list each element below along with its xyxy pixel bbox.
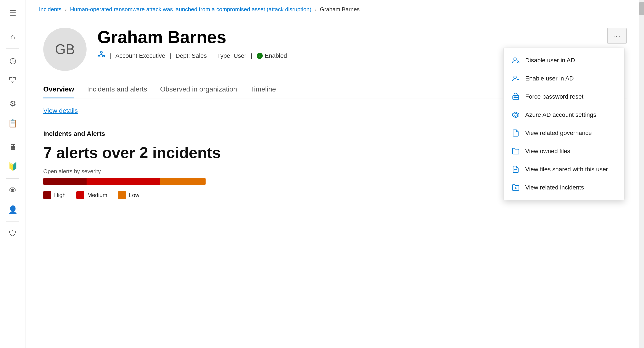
owned-files-icon (511, 147, 520, 155)
avatar-initials: GB (55, 41, 75, 57)
svg-point-13 (516, 97, 518, 98)
sidebar-item-threat-intel[interactable]: 👁 (4, 182, 22, 199)
sidebar-divider-4 (6, 178, 19, 179)
sidebar-divider-1 (6, 48, 19, 49)
bar-low (160, 178, 206, 185)
user-status-label: Enabled (265, 52, 287, 59)
dropdown-label-governance: View related governance (525, 130, 592, 136)
legend-high: High (43, 191, 66, 199)
sidebar-item-security[interactable]: 🔰 (4, 158, 22, 175)
endpoint-icon: 🛡 (9, 229, 17, 238)
breadcrumb-incident-title[interactable]: Human-operated ransomware attack was lau… (70, 6, 312, 13)
legend-high-dot (43, 191, 51, 199)
status-enabled-dot: ✓ (257, 53, 263, 59)
dropdown-item-shared-files[interactable]: View files shared with this user (504, 160, 624, 178)
assets-icon: 🖥 (9, 143, 17, 152)
sidebar-divider-3 (6, 135, 19, 135)
dropdown-item-disable-ad[interactable]: Disable user in AD (504, 51, 624, 69)
hamburger-icon: ☰ (9, 8, 16, 17)
legend-medium-dot (76, 191, 84, 199)
sidebar-item-alerts[interactable]: 🛡 (4, 71, 22, 89)
dropdown-item-azure-ad[interactable]: Azure AD account settings (504, 106, 624, 124)
svg-point-12 (515, 97, 516, 98)
enable-ad-icon (511, 74, 520, 83)
azure-ad-icon (511, 110, 520, 119)
sidebar: ☰ ⌂ ◷ 🛡 ⚙ 📋 🖥 🔰 👁 👤 (0, 0, 26, 348)
sidebar-item-incidents[interactable]: ◷ (4, 52, 22, 69)
avatar: GB (43, 28, 86, 71)
user-meta-separator-3: | (211, 52, 213, 59)
user-org-icon (98, 51, 105, 60)
section-divider (43, 121, 238, 121)
svg-point-9 (514, 76, 516, 78)
dropdown-label-disable-ad: Disable user in AD (525, 57, 575, 64)
dropdown-item-owned-files[interactable]: View owned files (504, 142, 624, 160)
scrollbar[interactable] (639, 0, 644, 348)
reports-icon: 📋 (8, 119, 18, 128)
sidebar-divider-2 (6, 92, 19, 92)
disable-ad-icon (511, 56, 520, 65)
sidebar-item-home[interactable]: ⌂ (4, 28, 22, 45)
dropdown-menu: Disable user in AD Enable user in AD (503, 47, 624, 200)
severity-bar (43, 178, 206, 185)
tab-timeline[interactable]: Timeline (250, 82, 276, 98)
breadcrumb-incidents[interactable]: Incidents (39, 6, 62, 13)
force-pwd-icon (511, 92, 520, 101)
clock-icon: ◷ (10, 56, 16, 65)
view-details-link[interactable]: View details (43, 107, 78, 114)
legend-low: Low (118, 191, 139, 199)
user-dept: Dept: Sales (176, 52, 207, 59)
dropdown-label-azure-ad: Azure AD account settings (525, 111, 596, 118)
svg-rect-1 (98, 55, 100, 57)
sidebar-item-reports[interactable]: 📋 (4, 115, 22, 132)
legend-low-label: Low (129, 192, 139, 199)
bar-medium (86, 178, 160, 185)
dropdown-label-enable-ad: Enable user in AD (525, 75, 574, 82)
user-status: ✓ Enabled (257, 52, 287, 59)
sidebar-menu-toggle[interactable]: ☰ (4, 4, 22, 22)
scrollbar-thumb[interactable] (639, 2, 644, 15)
user-type: Type: User (217, 52, 246, 59)
user-name: Graham Barnes (98, 28, 627, 47)
dropdown-item-related-incidents[interactable]: View related incidents (504, 178, 624, 197)
legend-low-dot (118, 191, 126, 199)
svg-line-4 (99, 54, 102, 55)
sidebar-item-endpoint[interactable]: 🛡 (4, 225, 22, 242)
main-content: Incidents › Human-operated ransomware at… (26, 0, 644, 348)
svg-rect-0 (100, 52, 102, 53)
bar-high (43, 178, 86, 185)
dropdown-label-shared-files: View files shared with this user (525, 166, 608, 173)
sidebar-item-assets[interactable]: 🖥 (4, 138, 22, 156)
dropdown-item-enable-ad[interactable]: Enable user in AD (504, 69, 624, 88)
dropdown-label-owned-files: View owned files (525, 148, 570, 155)
user-meta-separator-2: | (170, 52, 171, 59)
hunting-icon: ⚙ (9, 99, 16, 108)
breadcrumb-user: Graham Barnes (320, 6, 360, 13)
svg-marker-15 (514, 113, 518, 117)
user-meta-separator-1: | (110, 52, 111, 59)
dropdown-label-related-incidents: View related incidents (525, 184, 584, 191)
svg-point-11 (514, 97, 515, 98)
tab-incidents-alerts[interactable]: Incidents and alerts (87, 82, 147, 98)
governance-icon (511, 129, 520, 137)
more-options-icon: ··· (613, 32, 621, 40)
sidebar-item-identity[interactable]: 👤 (4, 201, 22, 218)
identity-icon: 👤 (8, 205, 18, 214)
svg-marker-14 (512, 112, 519, 118)
shield-icon: 🛡 (9, 75, 17, 85)
svg-line-5 (101, 54, 104, 55)
dropdown-item-governance[interactable]: View related governance (504, 124, 624, 142)
breadcrumb-chevron-1: › (65, 7, 66, 12)
legend-medium-label: Medium (87, 192, 107, 199)
tab-overview[interactable]: Overview (43, 82, 74, 98)
more-options-button[interactable]: ··· (607, 28, 627, 44)
user-meta-separator-4: | (250, 52, 252, 59)
breadcrumb-chevron-2: › (315, 7, 316, 12)
tab-observed-in-org[interactable]: Observed in organization (160, 82, 237, 98)
sidebar-item-hunting[interactable]: ⚙ (4, 95, 22, 112)
shared-files-icon (511, 165, 520, 174)
dropdown-item-force-pwd[interactable]: Force password reset (504, 88, 624, 106)
threat-intel-icon: 👁 (9, 186, 17, 195)
security-icon: 🔰 (8, 162, 18, 171)
related-incidents-icon (511, 183, 520, 192)
